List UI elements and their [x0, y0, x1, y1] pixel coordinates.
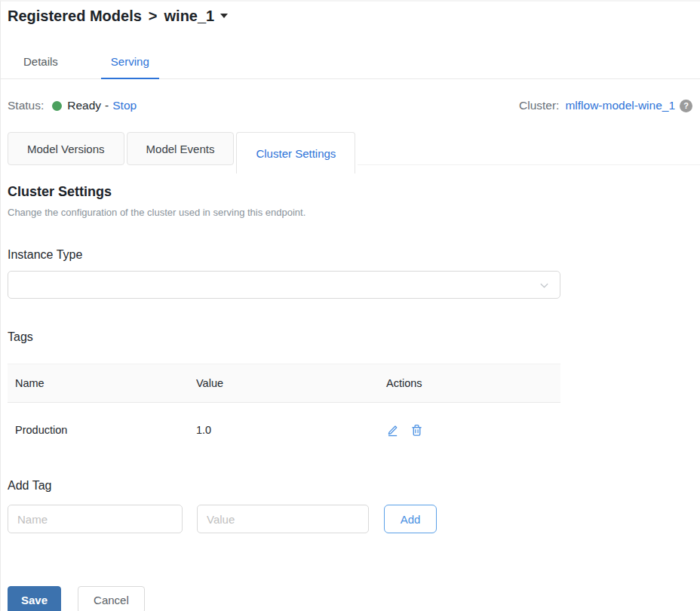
- tab-cluster-settings[interactable]: Cluster Settings: [236, 132, 355, 173]
- tags-table: Name Value Actions Production 1.0: [8, 364, 560, 456]
- instance-type-select[interactable]: [8, 271, 560, 299]
- instance-type-label: Instance Type: [8, 248, 700, 262]
- add-tag-button[interactable]: Add: [384, 505, 437, 533]
- tag-value-input[interactable]: [197, 505, 369, 533]
- tags-section-label: Tags: [8, 330, 700, 344]
- help-icon[interactable]: ?: [680, 100, 692, 112]
- status-separator: -: [105, 99, 109, 112]
- add-tag-label: Add Tag: [8, 479, 700, 493]
- save-button[interactable]: Save: [8, 586, 61, 611]
- tab-model-events[interactable]: Model Events: [127, 132, 235, 165]
- tab-serving[interactable]: Serving: [101, 51, 159, 79]
- add-tag-form: Add: [8, 505, 700, 533]
- caret-down-icon[interactable]: [220, 14, 228, 18]
- model-serving-page: Registered Models>wine_1 Details Serving…: [0, 0, 700, 611]
- breadcrumb-model-name[interactable]: wine_1: [164, 8, 215, 24]
- breadcrumb-separator: >: [149, 8, 158, 24]
- tab-details[interactable]: Details: [14, 51, 68, 78]
- tag-actions-cell: [386, 423, 553, 437]
- sub-tab-bar: Model Versions Model Events Cluster Sett…: [8, 132, 700, 173]
- cluster-settings-panel: Cluster Settings Change the configuratio…: [1, 173, 700, 611]
- serving-status: Status: Ready - Stop: [8, 99, 137, 112]
- sub-tab-filler: [358, 132, 700, 165]
- status-bar: Status: Ready - Stop Cluster: mlflow-mod…: [1, 79, 700, 112]
- column-header-value: Value: [189, 364, 379, 403]
- status-label: Status:: [8, 99, 44, 112]
- table-row: Production 1.0: [8, 403, 560, 456]
- footer-actions: Save Cancel: [8, 586, 700, 611]
- main-tab-bar: Details Serving: [1, 51, 700, 79]
- stop-link[interactable]: Stop: [112, 99, 137, 112]
- tags-table-header-row: Name Value Actions: [8, 364, 560, 403]
- status-ready-icon: [52, 101, 62, 111]
- tag-name-input[interactable]: [8, 505, 183, 533]
- section-description: Change the configuration of the cluster …: [8, 207, 700, 218]
- edit-tag-icon[interactable]: [386, 423, 399, 437]
- status-value: Ready: [67, 99, 101, 112]
- cluster-link[interactable]: mlflow-model-wine_1: [565, 99, 675, 112]
- chevron-down-icon: [539, 281, 549, 290]
- column-header-actions: Actions: [379, 364, 560, 403]
- column-header-name: Name: [8, 364, 189, 403]
- cancel-button[interactable]: Cancel: [78, 586, 145, 611]
- cluster-label: Cluster:: [519, 99, 559, 112]
- breadcrumb-registered-models[interactable]: Registered Models: [8, 8, 142, 24]
- tag-name-cell: Production: [8, 403, 189, 456]
- cluster-info: Cluster: mlflow-model-wine_1 ?: [519, 99, 692, 112]
- tag-value-cell: 1.0: [189, 403, 379, 456]
- tab-model-versions[interactable]: Model Versions: [8, 132, 124, 165]
- breadcrumb: Registered Models>wine_1: [1, 2, 700, 25]
- delete-tag-icon[interactable]: [410, 423, 423, 437]
- section-title: Cluster Settings: [8, 184, 700, 200]
